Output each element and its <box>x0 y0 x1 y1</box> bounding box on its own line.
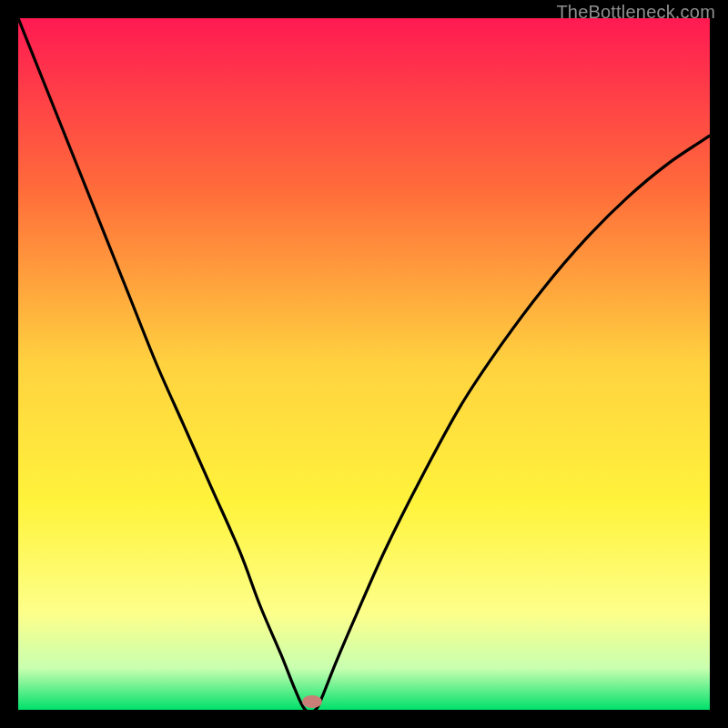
bottleneck-curve <box>18 18 710 710</box>
watermark-text: TheBottleneck.com <box>556 2 715 23</box>
chart-frame: TheBottleneck.com <box>0 0 728 728</box>
plot-area <box>18 18 710 710</box>
